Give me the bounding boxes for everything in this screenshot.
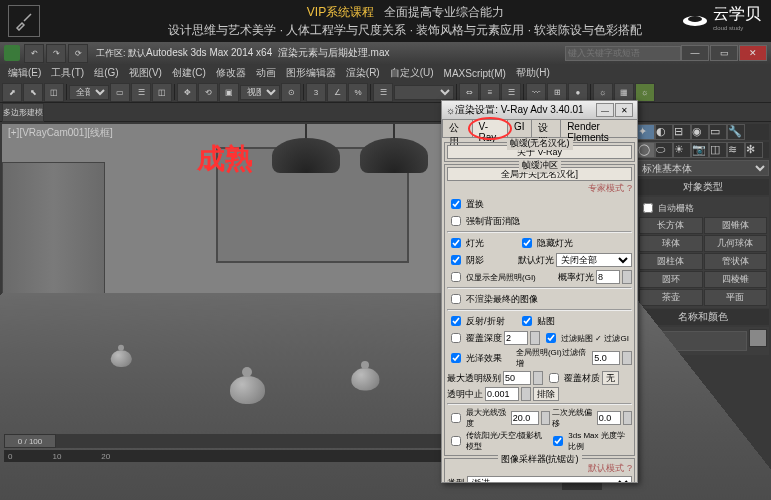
snap-icon[interactable]: 3 [306, 83, 326, 102]
menu-group[interactable]: 组(G) [90, 66, 122, 80]
sampler-type-select[interactable]: 渐进 [467, 476, 632, 482]
select-icon[interactable]: ▭ [110, 83, 130, 102]
shapes-icon[interactable]: ⬭ [655, 142, 673, 158]
default-lights-select[interactable]: 关闭全部 [556, 253, 632, 267]
spinner-icon[interactable] [530, 331, 540, 345]
spinner-icon[interactable] [622, 270, 632, 284]
max-ray-check[interactable] [451, 413, 461, 423]
sec-ray-input[interactable] [597, 411, 621, 425]
motion-tab-icon[interactable]: ◉ [691, 124, 709, 140]
space-icon[interactable]: ≋ [727, 142, 745, 158]
max-transp-input[interactable] [503, 371, 531, 385]
transp-input[interactable] [485, 387, 519, 401]
color-swatch[interactable] [749, 329, 767, 347]
unlink-icon[interactable]: ⬉ [23, 83, 43, 102]
maximize-button[interactable]: ▭ [710, 45, 738, 61]
layers-icon[interactable]: ☰ [501, 83, 521, 102]
menu-modifiers[interactable]: 修改器 [212, 66, 250, 80]
tube-button[interactable]: 管状体 [704, 253, 768, 270]
menu-customize[interactable]: 自定义(U) [386, 66, 438, 80]
dialog-titlebar[interactable]: ☼ 渲染设置: V-Ray Adv 3.40.01 — ✕ [442, 101, 637, 119]
modify-tab-icon[interactable]: ◐ [655, 124, 673, 140]
helpers-icon[interactable]: ◫ [709, 142, 727, 158]
workspace-label[interactable]: 工作区: 默认 [96, 47, 146, 60]
spinner-icon[interactable] [533, 371, 543, 385]
max-ray-input[interactable] [511, 411, 539, 425]
box-button[interactable]: 长方体 [639, 217, 703, 234]
display-tab-icon[interactable]: ▭ [709, 124, 727, 140]
expert-mode-link[interactable]: 专家模式 ? [588, 182, 632, 195]
menu-tools[interactable]: 工具(T) [47, 66, 88, 80]
select-region-icon[interactable]: ◫ [152, 83, 172, 102]
displacement-check[interactable] [451, 199, 461, 209]
spinner-icon[interactable] [541, 411, 550, 425]
bind-icon[interactable]: ◫ [44, 83, 64, 102]
hidden-lights-check[interactable] [522, 238, 532, 248]
mirror-icon[interactable]: ⇔ [459, 83, 479, 102]
spinner-icon[interactable] [623, 411, 632, 425]
menu-graph[interactable]: 图形编辑器 [282, 66, 340, 80]
menu-maxscript[interactable]: MAXScript(M) [440, 68, 510, 79]
tab-elements[interactable]: Render Elements [560, 119, 638, 137]
move-icon[interactable]: ✥ [177, 83, 197, 102]
prob-lights-input[interactable] [596, 270, 620, 284]
menu-create[interactable]: 创建(C) [168, 66, 210, 80]
minimize-button[interactable]: — [681, 45, 709, 61]
geom-icon[interactable]: ◯ [637, 142, 655, 158]
hierarchy-tab-icon[interactable]: ⊟ [673, 124, 691, 140]
align-icon[interactable]: ≡ [480, 83, 500, 102]
select-link-icon[interactable]: ⬈ [2, 83, 22, 102]
geosphere-button[interactable]: 几何球体 [704, 235, 768, 252]
sphere-button[interactable]: 球体 [639, 235, 703, 252]
percent-snap-icon[interactable]: % [348, 83, 368, 102]
spinner-icon[interactable] [622, 351, 632, 365]
utilities-tab-icon[interactable]: 🔧 [727, 124, 745, 140]
primitive-dropdown[interactable]: 标准基本体 [637, 160, 769, 176]
select-name-icon[interactable]: ☰ [131, 83, 151, 102]
pyramid-button[interactable]: 四棱锥 [704, 271, 768, 288]
physical-check[interactable] [553, 436, 563, 446]
app-menu-icon[interactable] [4, 45, 20, 61]
schematic-icon[interactable]: ⊞ [547, 83, 567, 102]
reflect-check[interactable] [451, 316, 461, 326]
time-slider-handle[interactable]: 0 / 100 [4, 434, 56, 448]
shadows-check[interactable] [451, 255, 461, 265]
angle-snap-icon[interactable]: ∠ [327, 83, 347, 102]
viewport-label[interactable]: [+][VRayCam001][线框] [8, 126, 113, 140]
menu-edit[interactable]: 编辑(E) [4, 66, 45, 80]
named-sel-icon[interactable]: ☰ [373, 83, 393, 102]
menu-animation[interactable]: 动画 [252, 66, 280, 80]
glossy-check[interactable] [451, 353, 461, 363]
cone-button[interactable]: 圆锥体 [704, 217, 768, 234]
spinner-icon[interactable] [521, 387, 531, 401]
gi-only-check[interactable] [451, 272, 461, 282]
force-back-check[interactable] [451, 216, 461, 226]
lights-check[interactable] [451, 238, 461, 248]
scale-icon[interactable]: ▣ [219, 83, 239, 102]
menu-views[interactable]: 视图(V) [125, 66, 166, 80]
gi-mult-input[interactable] [592, 351, 620, 365]
depth-check[interactable] [451, 333, 461, 343]
selection-filter[interactable]: 全部 [69, 85, 109, 100]
tab-settings[interactable]: 设置 [531, 119, 562, 137]
create-tab-icon[interactable]: ✦ [637, 124, 655, 140]
systems-icon[interactable]: ✻ [745, 142, 763, 158]
help-search-input[interactable] [565, 46, 681, 61]
legacy-check[interactable] [451, 436, 461, 446]
menu-help[interactable]: 帮助(H) [512, 66, 554, 80]
dialog-close[interactable]: ✕ [615, 103, 633, 117]
tab-vray[interactable]: V-Ray [472, 119, 509, 137]
cylinder-button[interactable]: 圆柱体 [639, 253, 703, 270]
menu-render[interactable]: 渲染(R) [342, 66, 384, 80]
maps-check[interactable] [522, 316, 532, 326]
plane-button[interactable]: 平面 [704, 289, 768, 306]
object-type-header[interactable]: 对象类型 [637, 179, 769, 195]
mtl-none-button[interactable]: 无 [602, 371, 619, 385]
close-button[interactable]: ✕ [739, 45, 767, 61]
render-frame-icon[interactable]: ▦ [614, 83, 634, 102]
render-icon[interactable]: ☼ [635, 83, 655, 102]
torus-button[interactable]: 圆环 [639, 271, 703, 288]
pivot-icon[interactable]: ⊙ [281, 83, 301, 102]
named-sel-set[interactable] [394, 85, 454, 100]
default-mode-link[interactable]: 默认模式 ? [588, 462, 632, 475]
